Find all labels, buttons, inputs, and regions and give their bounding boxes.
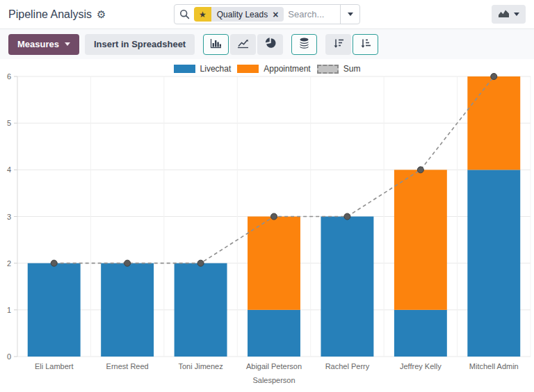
measures-button[interactable]: Measures bbox=[8, 34, 79, 55]
top-bar: Pipeline Analysis ⚙ ★ Quality Leads × bbox=[0, 0, 534, 28]
line-chart-button[interactable] bbox=[230, 34, 256, 55]
sum-point[interactable] bbox=[491, 74, 497, 80]
bar-segment-livechat[interactable] bbox=[321, 217, 373, 357]
star-icon: ★ bbox=[194, 7, 211, 22]
sort-ascending-button[interactable] bbox=[353, 34, 378, 55]
bar-segment-appointment[interactable] bbox=[394, 170, 447, 309]
legend-item-appointment[interactable]: Appointment bbox=[237, 64, 310, 74]
bar-segment-livechat[interactable] bbox=[101, 263, 154, 357]
sort-descending-button[interactable] bbox=[325, 34, 351, 55]
chart-type-group bbox=[203, 34, 283, 55]
search-input[interactable] bbox=[284, 9, 340, 19]
sort-group bbox=[325, 34, 378, 55]
y-tick-label: 0 bbox=[7, 352, 11, 361]
bar-segment-livechat[interactable] bbox=[248, 310, 300, 357]
chart-legend: Livechat Appointment Sum bbox=[0, 64, 534, 74]
bar-segment-appointment[interactable] bbox=[248, 217, 300, 310]
pie-chart-button[interactable] bbox=[257, 34, 283, 55]
x-tick-label: Abigail Peterson bbox=[246, 362, 302, 370]
search-facet[interactable]: ★ Quality Leads × bbox=[194, 7, 284, 22]
insert-in-spreadsheet-button[interactable]: Insert in Spreadsheet bbox=[85, 34, 195, 55]
page-title: Pipeline Analysis bbox=[8, 8, 92, 21]
y-tick-label: 5 bbox=[7, 119, 11, 127]
stacked-icon bbox=[299, 38, 309, 51]
bar-segment-livechat[interactable] bbox=[28, 263, 81, 357]
x-tick-label: Rachel Perry bbox=[325, 362, 370, 370]
view-switcher-button[interactable] bbox=[492, 5, 526, 24]
sum-point[interactable] bbox=[124, 260, 131, 266]
bar-chart-icon bbox=[210, 38, 222, 51]
legend-item-sum[interactable]: Sum bbox=[317, 64, 361, 74]
y-tick-label: 2 bbox=[7, 259, 11, 268]
search-box[interactable]: ★ Quality Leads × bbox=[174, 4, 360, 24]
pie-chart-icon bbox=[265, 38, 276, 51]
x-tick-label: Jeffrey Kelly bbox=[400, 362, 442, 370]
sum-point[interactable] bbox=[271, 213, 277, 220]
bar-chart-button[interactable] bbox=[203, 34, 229, 55]
chevron-down-icon bbox=[514, 13, 519, 16]
line-chart-icon bbox=[237, 38, 249, 51]
search-facet-label: Quality Leads bbox=[217, 10, 268, 19]
bar-segment-appointment[interactable] bbox=[467, 76, 520, 170]
x-tick-label: Ernest Reed bbox=[106, 362, 149, 370]
appointment-swatch bbox=[237, 65, 259, 73]
stacked-button[interactable] bbox=[291, 34, 317, 55]
bar-segment-livechat[interactable] bbox=[394, 310, 447, 357]
legend-item-livechat[interactable]: Livechat bbox=[174, 64, 232, 74]
search-dropdown-toggle[interactable] bbox=[340, 5, 359, 24]
y-tick-label: 4 bbox=[7, 165, 11, 174]
gear-icon[interactable]: ⚙ bbox=[97, 9, 106, 19]
stacked-group bbox=[291, 34, 317, 55]
sum-point[interactable] bbox=[197, 260, 204, 266]
close-icon[interactable]: × bbox=[273, 10, 278, 19]
area-chart-icon bbox=[498, 9, 510, 20]
search-icon bbox=[179, 9, 190, 19]
sum-point[interactable] bbox=[344, 213, 350, 220]
sort-ascending-icon bbox=[360, 38, 371, 51]
x-tick-label: Mitchell Admin bbox=[469, 362, 519, 370]
chart-area: Livechat Appointment Sum 0123456Eli Lamb… bbox=[0, 59, 534, 392]
stacked-bar-chart: 0123456Eli LambertErnest ReedToni Jimene… bbox=[0, 59, 534, 392]
livechat-swatch bbox=[174, 65, 195, 73]
sum-swatch bbox=[317, 65, 339, 74]
chevron-down-icon bbox=[348, 13, 353, 16]
x-tick-label: Toni Jimenez bbox=[178, 362, 222, 370]
chevron-down-icon bbox=[65, 42, 70, 46]
bar-segment-livechat[interactable] bbox=[467, 170, 520, 357]
y-tick-label: 1 bbox=[7, 306, 11, 314]
x-tick-label: Eli Lambert bbox=[35, 362, 74, 370]
sort-descending-icon bbox=[333, 38, 344, 51]
y-tick-label: 3 bbox=[7, 213, 11, 221]
x-axis-title: Salesperson bbox=[252, 376, 295, 384]
bar-segment-livechat[interactable] bbox=[175, 263, 227, 357]
sum-point[interactable] bbox=[417, 167, 423, 173]
sum-point[interactable] bbox=[51, 260, 57, 266]
control-panel: Measures Insert in Spreadsheet bbox=[0, 28, 534, 59]
